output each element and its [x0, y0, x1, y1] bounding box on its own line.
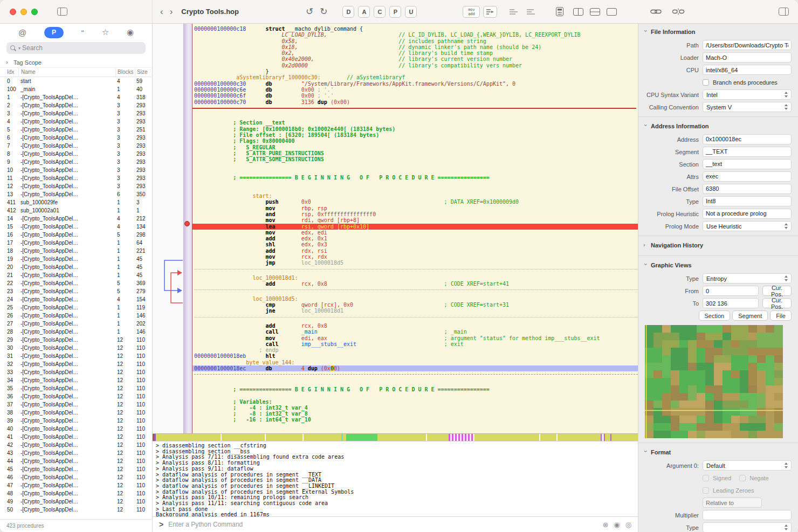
assembly-line[interactable]: add rdx, rsi [194, 248, 638, 254]
python-command-input[interactable] [168, 521, 597, 528]
assembly-line[interactable]: 0x58, // includes pathname string [194, 38, 638, 44]
procedure-row[interactable]: 412sub_100002a0111 [0, 206, 152, 215]
graphic-views-header[interactable]: Graphic Views [638, 257, 798, 271]
cur-pos-to-button[interactable]: Cur. Pos. [762, 298, 792, 308]
assembly-line[interactable]: add rcx, 0x8 ; CODE XREF=start+41 [194, 281, 638, 287]
procedure-row[interactable]: 10-[Crypto_ToolsAppDel…3293 [0, 166, 152, 174]
mark-undefined-button[interactable]: U [405, 6, 417, 18]
assembly-line[interactable]: ; endp [194, 347, 638, 353]
tab-breakpoints[interactable]: ◉ [127, 27, 134, 37]
cpu-syntax-select[interactable]: Intel [703, 89, 792, 100]
procedure-row[interactable]: 29-[Crypto_ToolsAppDel…12110 [0, 336, 152, 344]
procedure-row[interactable]: 411sub_1000029fe13 [0, 198, 152, 206]
procedure-row[interactable]: 46-[Crypto_ToolsAppDel…12110 [0, 473, 152, 481]
assembly-line[interactable]: 0000000100000c70 db 3136 dup (0x00) [194, 99, 638, 105]
assembly-line[interactable]: ; S_ATTR_SOME_INSTRUCTIONS [194, 156, 638, 162]
tab-procedures[interactable]: P [44, 27, 64, 38]
procedure-row[interactable]: 3-[Crypto_ToolsAppDel…3293 [0, 109, 152, 118]
procedure-row[interactable]: 19-[Crypto_ToolsAppDel…145 [0, 255, 152, 263]
assembly-line[interactable] [194, 374, 638, 380]
procedure-row[interactable]: 22-[Crypto_ToolsAppDel…5369 [0, 279, 152, 287]
assembly-line[interactable]: 0000000100000c6f db 0x00 ; '.' [194, 93, 638, 99]
assembly-line[interactable]: cmp qword [rcx], 0x0 ; CODE XREF=start+3… [194, 302, 638, 308]
column-header-idx[interactable]: Idx [0, 68, 18, 77]
breakpoint-icon[interactable] [185, 222, 190, 226]
procedure-row[interactable]: 23-[Crypto_ToolsAppDel…5279 [0, 287, 152, 295]
edit-bytes-icon[interactable] [483, 6, 497, 18]
mark-ascii-button[interactable]: A [358, 6, 370, 18]
address-info-value[interactable]: __text [703, 159, 792, 169]
section-range-button[interactable]: Section [699, 310, 731, 321]
calculator-icon[interactable] [554, 7, 565, 16]
procedure-row[interactable]: 2-[Crypto_ToolsAppDel…3293 [0, 101, 152, 109]
assembly-line[interactable]: loc_1000018d1: [194, 275, 638, 281]
redo-button[interactable]: ↻ [317, 7, 331, 16]
column-header-size[interactable]: Size [135, 68, 152, 77]
assembly-line[interactable]: jne loc_1000018d1 [194, 308, 638, 314]
graphic-type-select[interactable]: Entropy [703, 273, 792, 284]
procedure-row[interactable]: 34-[Crypto_ToolsAppDel…12110 [0, 376, 152, 384]
procedure-row[interactable]: 14-[Crypto_ToolsAppDel…4212 [0, 215, 152, 223]
assembly-line[interactable] [194, 381, 638, 386]
assembly-line[interactable]: ; Section __text [194, 120, 638, 126]
prolog-mode-select[interactable]: Use Heuristic [703, 221, 792, 231]
procedure-row[interactable]: 41-[Crypto_ToolsAppDel…12110 [0, 433, 152, 441]
assembly-line[interactable]: 00000001000018eb hlt [194, 353, 638, 359]
single-pane-layout-icon[interactable] [605, 8, 618, 16]
procedure-row[interactable]: 12-[Crypto_ToolsAppDel…3293 [0, 182, 152, 190]
procedure-row[interactable]: 0start459 [0, 77, 152, 85]
address-information-header[interactable]: Address Information [638, 118, 798, 132]
assembly-line[interactable] [194, 269, 638, 275]
assembly-line[interactable]: and rsp, 0xfffffffffffffff0 [194, 211, 638, 217]
assembly-line[interactable]: add edx, 0x1 [194, 236, 638, 241]
signed-checkbox[interactable] [703, 475, 709, 481]
multiplier-field[interactable] [703, 510, 792, 520]
conditional-format-icon[interactable] [507, 8, 521, 16]
assembly-line[interactable] [194, 429, 638, 433]
procedure-row[interactable]: 8-[Crypto_ToolsAppDel…3293 [0, 150, 152, 158]
assembly-line[interactable] [194, 187, 638, 193]
procedure-row[interactable]: 16-[Crypto_ToolsAppDel…5298 [0, 231, 152, 239]
assembly-line[interactable]: loc_1000018d5: [194, 296, 638, 302]
column-header-name[interactable]: Name [18, 68, 115, 77]
relative-to-field[interactable] [703, 498, 762, 508]
search-box[interactable]: ▾ [6, 42, 146, 54]
unlink-views-icon[interactable] [671, 8, 686, 15]
mark-code-button[interactable]: C [374, 6, 386, 18]
assembly-line[interactable]: ; Variables: [194, 399, 638, 405]
clear-console-icon[interactable]: ⊗ [602, 521, 608, 529]
assembly-line[interactable] [194, 392, 638, 398]
procedure-row[interactable]: 24-[Crypto_ToolsAppDel…4154 [0, 295, 152, 303]
assembly-line[interactable]: ; Range: [0x1000018b0; 0x10002e440[ (183… [194, 126, 638, 132]
link-views-icon[interactable] [649, 8, 663, 15]
procedure-row[interactable]: 6-[Crypto_ToolsAppDel…3293 [0, 134, 152, 142]
procedure-row[interactable]: 50-[Crypto_ToolsAppDel…12110 [0, 506, 152, 514]
assembly-line[interactable] [194, 169, 638, 175]
procedure-row[interactable]: 30-[Crypto_ToolsAppDel…12110 [0, 344, 152, 352]
window-close-button[interactable] [10, 9, 16, 15]
modify-instruction-button[interactable]: mov add [463, 6, 480, 18]
address-info-value[interactable]: Int8 [703, 196, 792, 206]
assembly-line[interactable] [194, 108, 638, 114]
procedure-row[interactable]: 43-[Crypto_ToolsAppDel…12110 [0, 449, 152, 457]
procedure-row[interactable]: 39-[Crypto_ToolsAppDel…12110 [0, 417, 152, 425]
assembly-line[interactable]: aSystemlibraryf_100000c30: // aSystemlib… [194, 74, 638, 80]
procedure-row[interactable]: 33-[Crypto_ToolsAppDel…12110 [0, 368, 152, 376]
procedure-row[interactable]: 35-[Crypto_ToolsAppDel…12110 [0, 384, 152, 392]
assembly-line[interactable]: add rcx, 0x8 [194, 323, 638, 329]
assembly-line[interactable] [194, 423, 638, 429]
procedure-row[interactable]: 36-[Crypto_ToolsAppDel…12110 [0, 392, 152, 400]
procedure-row[interactable]: 38-[Crypto_ToolsAppDel…12110 [0, 409, 152, 417]
assembly-line[interactable]: mov rdi, qword [rbp+8] [194, 217, 638, 223]
assembly-line[interactable]: ; ================ B E G I N N I N G O F… [194, 175, 638, 181]
procedure-row[interactable]: 11-[Crypto_ToolsAppDel…3293 [0, 174, 152, 182]
tag-scope-disclosure[interactable]: Tag Scope [0, 57, 152, 67]
procedure-row[interactable]: 13-[Crypto_ToolsAppDel…6350 [0, 190, 152, 198]
procedure-row[interactable]: 5-[Crypto_ToolsAppDel…3251 [0, 126, 152, 134]
file-information-header[interactable]: File Information [638, 24, 798, 38]
to-field[interactable] [703, 298, 759, 308]
procedure-row[interactable]: 9-[Crypto_ToolsAppDel…3293 [0, 158, 152, 166]
assembly-line[interactable]: mov edx, edi [194, 230, 638, 236]
procedure-row[interactable]: 40-[Crypto_ToolsAppDel…12110 [0, 425, 152, 433]
assembly-line[interactable]: ; S_REGULAR [194, 144, 638, 150]
